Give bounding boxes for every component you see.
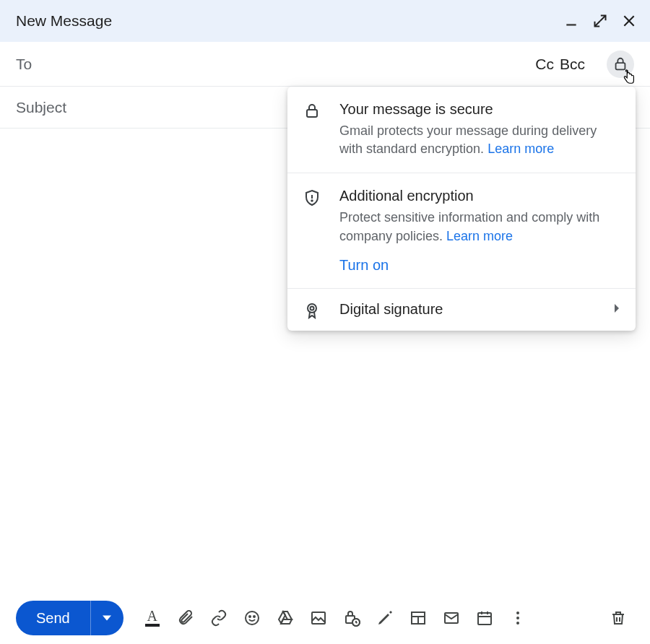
- compose-toolbar: Send A: [0, 592, 650, 644]
- pen-icon: [376, 609, 394, 627]
- emoji-icon: [243, 609, 261, 627]
- secure-learn-more-link[interactable]: Learn more: [488, 142, 554, 156]
- cc-button[interactable]: Cc: [535, 56, 554, 73]
- emoji-button[interactable]: [236, 602, 268, 634]
- cc-bcc-group: Cc Bcc: [535, 56, 585, 73]
- link-icon: [210, 609, 228, 627]
- image-icon: [310, 609, 327, 627]
- signature-button[interactable]: [369, 602, 401, 634]
- drive-icon: [277, 609, 294, 627]
- svg-rect-1: [616, 63, 625, 69]
- attach-file-button[interactable]: [170, 602, 202, 634]
- paperclip-icon: [177, 609, 194, 627]
- turn-on-button[interactable]: Turn on: [339, 257, 618, 274]
- security-popover: Your message is secure Gmail protects yo…: [287, 87, 636, 331]
- insert-photo-button[interactable]: [303, 602, 334, 634]
- svg-rect-2: [307, 110, 317, 117]
- close-button[interactable]: [621, 13, 637, 29]
- signature-title: Digital signature: [339, 301, 597, 318]
- badge-icon: [302, 300, 322, 319]
- svg-point-8: [254, 616, 255, 617]
- minimize-button[interactable]: [563, 13, 579, 29]
- calendar-button[interactable]: [469, 602, 500, 634]
- text-format-icon: A: [145, 609, 160, 627]
- svg-point-5: [311, 306, 314, 310]
- svg-point-4: [308, 304, 316, 313]
- send-button[interactable]: Send: [16, 601, 90, 635]
- bcc-button[interactable]: Bcc: [560, 56, 585, 73]
- titlebar-actions: [563, 13, 637, 29]
- to-label: To: [16, 56, 32, 73]
- envelope-icon: [443, 609, 460, 627]
- layout-icon: [410, 609, 427, 627]
- layout-button[interactable]: [402, 602, 434, 634]
- chevron-right-icon: [614, 303, 621, 316]
- more-vertical-icon: [509, 609, 526, 627]
- discard-draft-button[interactable]: [602, 602, 634, 634]
- window-title: New Message: [16, 12, 112, 30]
- secure-section: Your message is secure Gmail protects yo…: [287, 87, 636, 173]
- lock-clock-icon: [343, 609, 360, 627]
- compose-window: New Message To Cc Bcc Subject: [0, 0, 650, 644]
- secure-body: Gmail protects your message during deliv…: [339, 122, 618, 158]
- drive-button[interactable]: [269, 602, 301, 634]
- additional-encryption-section: Additional encryption Protect sensitive …: [287, 173, 636, 288]
- svg-point-7: [249, 616, 251, 617]
- shield-icon: [302, 188, 322, 273]
- recipients-row[interactable]: To Cc Bcc: [0, 42, 650, 87]
- svg-rect-15: [478, 613, 491, 625]
- fullscreen-button[interactable]: [592, 13, 608, 29]
- titlebar: New Message: [0, 0, 650, 42]
- confidential-mode-button[interactable]: [336, 602, 368, 634]
- additional-body: Protect sensitive information and comply…: [339, 209, 618, 245]
- insert-link-button[interactable]: [203, 602, 235, 634]
- message-security-button[interactable]: [607, 51, 634, 78]
- mail-button[interactable]: [436, 602, 467, 634]
- minimize-icon: [564, 14, 578, 28]
- formatting-button[interactable]: A: [136, 602, 168, 634]
- svg-point-3: [311, 201, 313, 202]
- send-button-group: Send: [16, 601, 124, 635]
- trash-icon: [610, 609, 627, 627]
- svg-point-17: [516, 617, 519, 619]
- additional-title: Additional encryption: [339, 188, 618, 204]
- expand-icon: [593, 14, 607, 28]
- svg-rect-0: [566, 24, 576, 25]
- lock-icon: [302, 101, 322, 158]
- more-options-button[interactable]: [502, 602, 534, 634]
- additional-learn-more-link[interactable]: Learn more: [446, 229, 513, 243]
- digital-signature-row[interactable]: Digital signature: [287, 289, 636, 331]
- calendar-icon: [476, 609, 493, 627]
- subject-placeholder: Subject: [16, 99, 66, 116]
- send-options-button[interactable]: [90, 601, 124, 635]
- secure-title: Your message is secure: [339, 101, 618, 118]
- svg-point-6: [246, 612, 259, 625]
- svg-point-18: [516, 622, 519, 625]
- close-icon: [622, 14, 636, 28]
- svg-point-16: [516, 612, 519, 614]
- chevron-down-icon: [103, 614, 111, 622]
- lock-icon: [612, 56, 628, 72]
